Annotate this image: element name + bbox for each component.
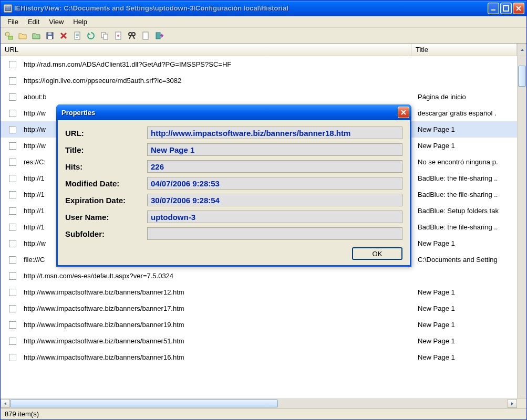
table-row[interactable]: http://rad.msn.com/ADSAdClient31.dll?Get… (1, 56, 517, 72)
hscroll-track[interactable] (10, 399, 508, 408)
svg-rect-11 (104, 34, 108, 39)
ok-button[interactable]: OK (352, 247, 402, 260)
dialog-titlebar[interactable]: Properties (56, 104, 411, 120)
cell-title: New Page 1 (411, 337, 517, 345)
select-folder-icon[interactable] (3, 29, 15, 42)
menu-help[interactable]: Help (68, 17, 92, 27)
cell-url: http://www.impactsoftware.biz/banners/ba… (24, 353, 411, 361)
svg-rect-7 (48, 33, 51, 35)
svg-rect-3 (503, 6, 509, 11)
menu-file[interactable]: File (3, 17, 23, 27)
table-row[interactable]: about:bPágina de inicio (1, 89, 517, 105)
row-checkbox[interactable] (9, 77, 16, 85)
row-checkbox[interactable] (9, 272, 16, 280)
table-row[interactable]: https://login.live.com/ppsecure/md5auth.… (1, 72, 517, 89)
label-user: User Name: (65, 213, 147, 222)
svg-rect-2 (491, 9, 495, 10)
hscroll-thumb[interactable] (10, 400, 278, 407)
label-modified: Modified Date: (65, 179, 147, 188)
svg-point-13 (117, 35, 119, 37)
row-checkbox[interactable] (9, 61, 16, 68)
value-user[interactable]: uptodown-3 (147, 211, 402, 223)
open-url-icon[interactable] (30, 29, 43, 42)
row-checkbox[interactable] (9, 110, 16, 117)
dialog-close-button[interactable] (398, 107, 409, 118)
cell-title: New Page 1 (411, 304, 517, 312)
status-bar: 879 item(s) (1, 408, 526, 419)
status-text: 879 item(s) (5, 410, 39, 418)
table-row[interactable]: http://www.impactsoftware.biz/banners/ba… (1, 317, 517, 333)
column-headers: URL Title (1, 44, 526, 56)
row-checkbox[interactable] (9, 338, 16, 345)
cell-url: http://www.impactsoftware.biz/banners/ba… (24, 304, 411, 312)
label-subfolder: Subfolder: (65, 229, 147, 238)
cell-title: Página de inicio (411, 93, 517, 101)
value-title[interactable]: New Page 1 (147, 143, 402, 156)
cell-url: about:b (24, 93, 411, 101)
column-header-title[interactable]: Title (411, 44, 517, 56)
table-row[interactable]: http://www.impactsoftware.biz/banners/ba… (1, 333, 517, 349)
find-icon[interactable] (126, 29, 138, 42)
scroll-left-icon[interactable] (1, 399, 10, 408)
row-checkbox[interactable] (9, 305, 16, 312)
menubar: File Edit View Help (1, 16, 526, 28)
menu-edit[interactable]: Edit (23, 17, 44, 27)
row-checkbox[interactable] (9, 207, 16, 215)
delete-icon[interactable] (57, 29, 70, 42)
save-icon[interactable] (44, 29, 56, 42)
exit-icon[interactable] (153, 29, 166, 42)
vertical-scrollbar[interactable] (517, 56, 526, 398)
row-checkbox[interactable] (9, 354, 16, 361)
value-modified[interactable]: 04/07/2006 9:28:53 (147, 177, 402, 190)
cell-url: http://rad.msn.com/ADSAdClient31.dll?Get… (24, 60, 411, 68)
table-row[interactable]: http://t.msn.com/es-es/default.aspx?ver=… (1, 268, 517, 284)
row-checkbox[interactable] (9, 142, 16, 150)
svg-rect-16 (143, 32, 148, 39)
scroll-right-icon[interactable] (508, 399, 517, 408)
row-checkbox[interactable] (9, 256, 16, 264)
new-page-icon[interactable] (139, 29, 152, 42)
column-header-url[interactable]: URL (1, 44, 411, 56)
row-checkbox[interactable] (9, 321, 16, 329)
row-checkbox[interactable] (9, 240, 16, 247)
toolbar (1, 28, 526, 44)
svg-rect-8 (48, 36, 52, 39)
refresh-icon[interactable] (85, 29, 97, 42)
open-folder-icon[interactable] (16, 29, 29, 42)
table-row[interactable]: http://www.impactsoftware.biz/banners/ba… (1, 300, 517, 317)
value-hits[interactable]: 226 (147, 160, 402, 173)
value-url[interactable]: http://www.impactsoftware.biz/banners/ba… (147, 127, 402, 139)
row-checkbox[interactable] (9, 224, 16, 231)
cell-url: http://www.impactsoftware.biz/banners/ba… (24, 321, 411, 329)
svg-rect-1 (5, 6, 11, 7)
row-checkbox[interactable] (9, 175, 16, 182)
value-subfolder[interactable] (147, 227, 402, 240)
row-checkbox[interactable] (9, 126, 16, 133)
close-button[interactable] (513, 3, 524, 14)
row-checkbox[interactable] (9, 289, 16, 296)
properties-icon[interactable] (112, 29, 125, 42)
window-controls (488, 3, 524, 14)
cell-url: http://www.impactsoftware.biz/banners/ba… (24, 337, 411, 345)
dialog-title: Properties (61, 109, 398, 117)
row-checkbox[interactable] (9, 159, 16, 166)
value-expiration[interactable]: 30/07/2006 9:28:54 (147, 194, 402, 206)
scroll-up-icon[interactable] (517, 44, 526, 56)
svg-rect-5 (8, 36, 13, 39)
minimize-button[interactable] (488, 3, 499, 14)
scrollbar-thumb[interactable] (518, 66, 526, 87)
maximize-button[interactable] (500, 3, 512, 14)
table-row[interactable]: http://www.impactsoftware.biz/banners/ba… (1, 349, 517, 365)
row-checkbox[interactable] (9, 93, 16, 101)
row-checkbox[interactable] (9, 191, 16, 198)
label-title: Title: (65, 145, 147, 154)
svg-point-15 (132, 33, 135, 36)
menu-view[interactable]: View (44, 17, 68, 27)
report-icon[interactable] (71, 29, 84, 42)
table-row[interactable]: http://www.impactsoftware.biz/banners/ba… (1, 284, 517, 300)
cell-title: BadBlue: Setup folders tak (411, 207, 517, 215)
copy-icon[interactable] (98, 29, 111, 42)
horizontal-scrollbar[interactable] (1, 398, 526, 408)
cell-url: http://t.msn.com/es-es/default.aspx?ver=… (24, 272, 411, 280)
label-hits: Hits: (65, 162, 147, 171)
